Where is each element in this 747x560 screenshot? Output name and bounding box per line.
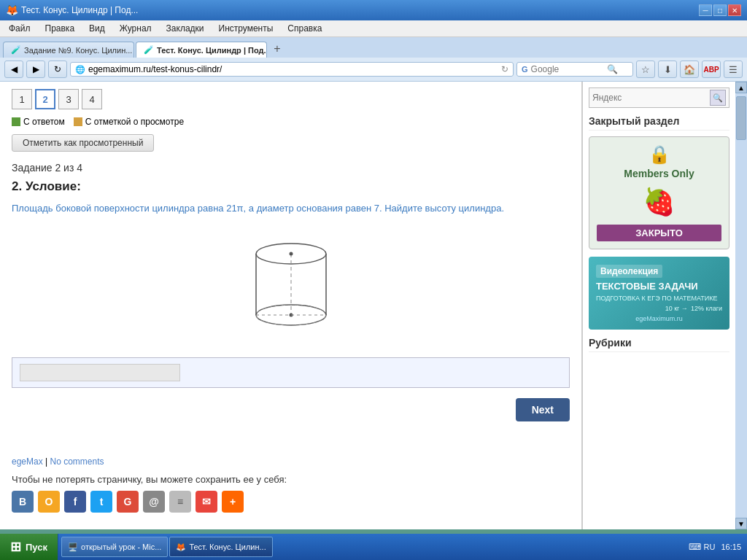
- menu-file[interactable]: Файл: [4, 22, 35, 35]
- forward-button[interactable]: ▶: [26, 61, 45, 78]
- social-mail[interactable]: ✉: [196, 491, 217, 513]
- search-input[interactable]: [531, 64, 604, 74]
- bookmark-star-icon[interactable]: ☆: [636, 61, 655, 78]
- lock-icon: 🌐: [75, 65, 85, 74]
- next-button[interactable]: Next: [516, 398, 570, 421]
- page-1[interactable]: 1: [12, 89, 32, 109]
- nav-bar: ◀ ▶ ↻ 🌐 ↻ G 🔍 ☆ ⬇ 🏠 ABP ☰: [0, 58, 747, 82]
- author-link[interactable]: egeMax: [12, 456, 43, 467]
- task-label: Задание 2 из 4: [12, 162, 570, 174]
- taskbar-clock: 16:15: [721, 542, 741, 551]
- search-bar: G 🔍: [516, 62, 633, 77]
- social-vk[interactable]: В: [12, 491, 34, 513]
- reload-icon[interactable]: ↻: [501, 64, 508, 74]
- nav-icons: ☆ ⬇ 🏠 ABP ☰: [636, 61, 743, 78]
- start-button[interactable]: ⊞ Пуск: [0, 534, 58, 560]
- task-text: Площадь боковой поверхности цилиндра рав…: [12, 201, 570, 216]
- address-input[interactable]: [88, 64, 498, 74]
- video-card-title: Видеолекция: [596, 265, 662, 278]
- title-bar: 🦊 Тест. Конус. Цилиндр | Под... ─ □ ✕: [0, 0, 747, 20]
- task-title: 2. Условие:: [12, 179, 570, 194]
- new-tab-button[interactable]: +: [268, 40, 286, 58]
- start-label: Пуск: [26, 542, 47, 553]
- scrollbar-down[interactable]: ▼: [735, 518, 747, 529]
- sidebar: 🔍 Закрытый раздел 🔒 Members Only 🍓 ЗАКРЫ…: [582, 82, 735, 529]
- main-content: 1 2 3 4 С ответом С отметкой о просмотре…: [0, 82, 582, 529]
- taskbar-right: ⌨ RU 16:15: [683, 542, 747, 552]
- video-card-brand: egeMaximum.ru: [596, 315, 722, 322]
- sidebar-search-input[interactable]: [592, 93, 710, 103]
- content-area: 1 2 3 4 С ответом С отметкой о просмотре…: [0, 82, 747, 529]
- menu-edit[interactable]: Правка: [41, 22, 80, 35]
- social-tw[interactable]: t: [90, 491, 112, 513]
- links-row: egeMax | No comments: [12, 456, 570, 467]
- social-fb[interactable]: f: [64, 491, 86, 513]
- page-3[interactable]: 3: [58, 89, 79, 109]
- video-card-sub2: ПОДГОТОВКА К ЕГЭ ПО МАТЕМАТИКЕ: [596, 295, 722, 302]
- svg-point-6: [289, 252, 293, 255]
- adblock-icon[interactable]: ABP: [702, 61, 721, 78]
- mark-viewed-button[interactable]: Отметить как просмотренный: [12, 134, 154, 152]
- video-card-footer: 10 кг → 12% клаги: [596, 305, 722, 312]
- tab-0-label: Задание №9. Конус. Цилин...: [24, 46, 132, 55]
- zakryto-badge: ЗАКРЫТО: [597, 225, 721, 241]
- tabs-bar: 🧪 Задание №9. Конус. Цилин... ✕ 🧪 Тест. …: [0, 37, 747, 58]
- maximize-button[interactable]: □: [713, 4, 727, 16]
- refresh-button[interactable]: ↻: [48, 61, 67, 78]
- scrollbar: ▲ ▼: [735, 82, 747, 529]
- browser-icon: 🦊: [6, 4, 18, 16]
- page-2[interactable]: 2: [35, 89, 55, 109]
- scrollbar-thumb[interactable]: [736, 96, 746, 140]
- strawberry-icon: 🍓: [643, 187, 676, 217]
- legend: С ответом С отметкой о просмотре: [12, 117, 570, 127]
- menu-help[interactable]: Справка: [283, 22, 326, 35]
- taskbar-item-0[interactable]: 🖥️ открытый урок - Mic...: [61, 537, 168, 557]
- social-email[interactable]: @: [143, 491, 165, 513]
- menu-icon[interactable]: ☰: [724, 61, 743, 78]
- lock-icon: 🔒: [597, 144, 721, 165]
- legend-viewed-label: С отметкой о просмотре: [85, 117, 184, 127]
- keyboard-icon: ⌨: [689, 542, 701, 552]
- cylinder-illustration: [12, 226, 570, 343]
- taskbar: ⊞ Пуск 🖥️ открытый урок - Mic... 🦊 Тест.…: [0, 534, 747, 560]
- social-rss[interactable]: ≡: [169, 491, 191, 513]
- comments-link[interactable]: No comments: [50, 456, 104, 467]
- sidebar-search: 🔍: [589, 88, 729, 108]
- taskbar-item-1[interactable]: 🦊 Тест. Конус. Цилин...: [169, 537, 272, 557]
- menu-journal[interactable]: Журнал: [115, 22, 156, 35]
- answer-row: [12, 357, 570, 388]
- tab-1-label: Тест. Конус. Цилиндр | Под...: [157, 46, 267, 55]
- social-add[interactable]: +: [222, 491, 244, 513]
- links-separator: |: [45, 456, 47, 467]
- sidebar-search-button[interactable]: 🔍: [710, 90, 726, 106]
- legend-green-dot: [12, 117, 20, 126]
- tab-0[interactable]: 🧪 Задание №9. Конус. Цилин... ✕: [3, 42, 134, 58]
- social-ok[interactable]: О: [38, 491, 60, 513]
- tab-1[interactable]: 🧪 Тест. Конус. Цилиндр | Под... ✕: [136, 42, 267, 58]
- minimize-button[interactable]: ─: [699, 4, 712, 16]
- window-controls: ─ □ ✕: [699, 4, 741, 16]
- taskbar-items: 🖥️ открытый урок - Mic... 🦊 Тест. Конус.…: [58, 537, 683, 557]
- scrollbar-up[interactable]: ▲: [735, 82, 747, 93]
- taskbar-label-0: открытый урок - Mic...: [81, 542, 161, 551]
- social-gplus[interactable]: G: [117, 491, 139, 513]
- legend-answered: С ответом: [12, 117, 65, 127]
- video-card[interactable]: Видеолекция ТЕКСТОВЫЕ ЗАДАЧИ ПОДГОТОВКА …: [589, 257, 729, 330]
- home-icon[interactable]: 🏠: [680, 61, 699, 78]
- back-button[interactable]: ◀: [4, 61, 23, 78]
- windows-logo: ⊞: [10, 539, 21, 555]
- members-card: 🔒 Members Only 🍓 ЗАКРЫТО: [589, 136, 729, 249]
- download-icon[interactable]: ⬇: [658, 61, 677, 78]
- menu-view[interactable]: Вид: [85, 22, 109, 35]
- answer-input[interactable]: [20, 364, 180, 381]
- close-button[interactable]: ✕: [728, 4, 741, 16]
- taskbar-sys-icons: ⌨ RU: [689, 542, 716, 552]
- language-indicator: RU: [704, 542, 716, 551]
- address-bar: 🌐 ↻: [70, 62, 514, 77]
- menu-tools[interactable]: Инструменты: [214, 22, 278, 35]
- search-icon[interactable]: 🔍: [607, 64, 618, 74]
- page-4[interactable]: 4: [82, 89, 102, 109]
- menu-bookmarks[interactable]: Закладки: [162, 22, 209, 35]
- taskbar-label-1: Тест. Конус. Цилин...: [189, 542, 266, 551]
- video-card-subtitle: ТЕКСТОВЫЕ ЗАДАЧИ: [596, 281, 722, 292]
